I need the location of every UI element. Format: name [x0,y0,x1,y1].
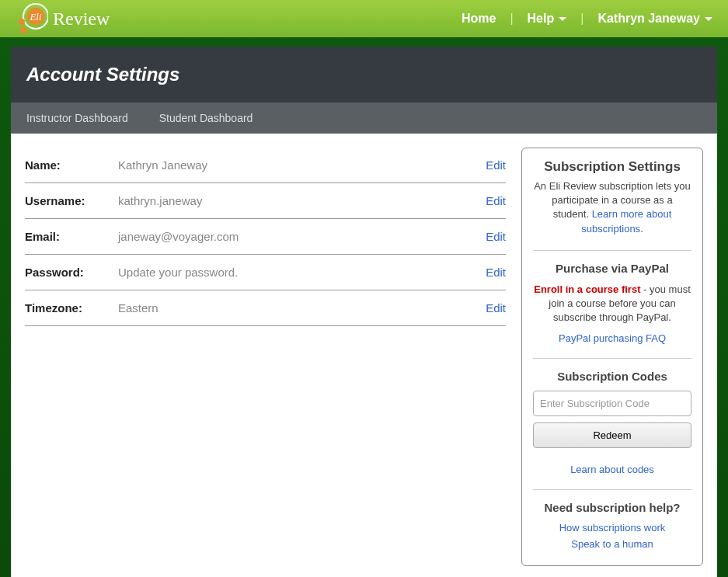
tab-instructor-dashboard[interactable]: Instructor Dashboard [11,103,144,134]
timezone-value: Eastern [118,301,486,315]
setting-row-email: Email: janeway@voyager.com Edit [25,219,506,255]
setting-row-password: Password: Update your password. Edit [25,255,506,290]
edit-email-link[interactable]: Edit [486,230,506,243]
divider [533,250,691,251]
nav-help[interactable]: Help [528,12,567,26]
nav-separator: | [580,12,583,26]
svg-point-4 [20,27,26,33]
name-label: Name: [25,158,118,172]
divider [533,489,691,490]
email-label: Email: [25,230,118,243]
subscription-codes-heading: Subscription Codes [533,370,691,383]
subscription-description: An Eli Review subscription lets you part… [533,179,691,236]
divider [533,358,691,359]
tab-bar: Instructor Dashboard Student Dashboard [11,103,717,134]
edit-name-link[interactable]: Edit [486,158,506,172]
nav-user-menu[interactable]: Kathryn Janeway [597,12,712,26]
account-settings-list: Name: Kathryn Janeway Edit Username: kat… [25,148,506,566]
paypal-heading: Purchase via PayPal [533,262,691,275]
username-value: kathryn.janeway [118,194,486,207]
chevron-down-icon [559,17,566,21]
chevron-down-icon [705,17,712,21]
paypal-enroll-message: Enroll in a course first - you must join… [533,283,691,325]
subscription-settings-heading: Subscription Settings [533,159,691,175]
how-subscriptions-work-link[interactable]: How subscriptions work [533,522,691,534]
brand-name: Review [53,9,110,30]
learn-about-codes-link[interactable]: Learn about codes [533,464,691,475]
paypal-faq-link[interactable]: PayPal purchasing FAQ [533,332,691,344]
nav-separator: | [510,12,513,26]
subscription-code-input[interactable] [533,391,691,416]
username-label: Username: [25,194,118,207]
name-value: Kathryn Janeway [118,158,486,172]
svg-text:Eli: Eli [29,11,42,23]
email-value: janeway@voyager.com [118,230,486,243]
tab-student-dashboard[interactable]: Student Dashboard [144,103,269,134]
enroll-first-warning: Enroll in a course first [534,283,640,295]
speak-to-human-link[interactable]: Speak to a human [533,538,691,550]
timezone-label: Timezone: [25,301,118,315]
setting-row-username: Username: kathryn.janeway Edit [25,183,506,219]
top-navigation-bar: Eli Review Home | Help | Kathryn Janeway [0,0,728,37]
edit-username-link[interactable]: Edit [486,194,506,207]
learn-more-subscriptions-link[interactable]: Learn more about subscriptions [581,208,671,234]
edit-timezone-link[interactable]: Edit [486,301,506,315]
svg-point-3 [19,19,25,25]
nav-home[interactable]: Home [462,12,496,26]
edit-password-link[interactable]: Edit [486,266,506,279]
setting-row-timezone: Timezone: Eastern Edit [25,290,506,326]
eli-logo-icon: Eli [16,2,48,35]
logo-area: Eli Review [16,2,110,35]
nav-links: Home | Help | Kathryn Janeway [462,12,712,26]
subscription-help-heading: Need subscription help? [533,501,691,514]
password-label: Password: [25,266,118,279]
subscription-sidebar: Subscription Settings An Eli Review subs… [521,148,703,566]
page-title: Account Settings [11,47,717,103]
page-container: Account Settings Instructor Dashboard St… [11,47,717,577]
content-area: Name: Kathryn Janeway Edit Username: kat… [11,134,717,577]
redeem-button[interactable]: Redeem [533,422,691,448]
password-value: Update your password. [118,266,486,279]
setting-row-name: Name: Kathryn Janeway Edit [25,148,506,183]
